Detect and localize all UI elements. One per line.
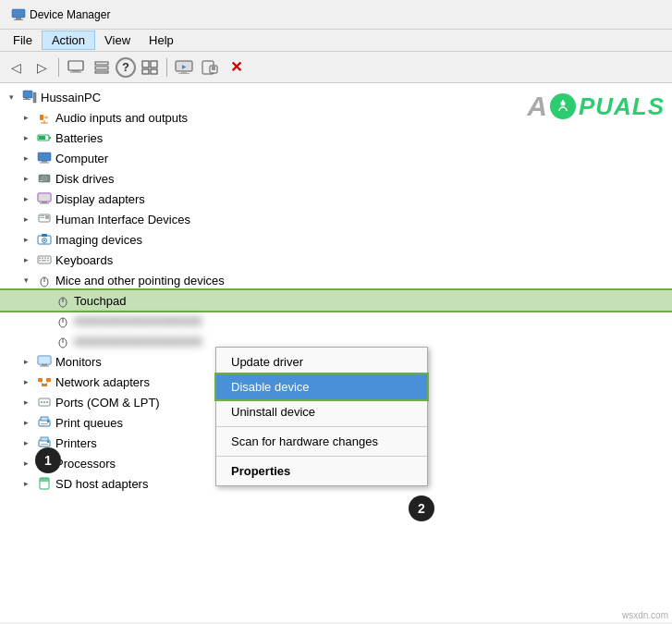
svg-rect-25 [23, 99, 31, 100]
computer-expander[interactable] [18, 151, 33, 165]
delete-button[interactable]: ✕ [224, 55, 248, 80]
hid-icon [37, 212, 52, 226]
hid-expander[interactable] [18, 212, 33, 226]
processors-expander[interactable] [18, 456, 33, 471]
list-button[interactable] [90, 55, 114, 80]
svg-point-80 [41, 401, 43, 403]
svg-point-62 [43, 278, 46, 280]
network-expander[interactable] [18, 374, 33, 389]
svg-rect-4 [72, 70, 79, 72]
expand-button[interactable] [138, 55, 162, 80]
ctx-update-driver[interactable]: Update driver [216, 349, 427, 374]
ctx-uninstall-device[interactable]: Uninstall device [216, 399, 427, 424]
update-button[interactable] [198, 55, 222, 80]
svg-rect-87 [47, 421, 49, 422]
printers-expander[interactable] [18, 435, 33, 450]
imaging-expander[interactable] [18, 232, 33, 247]
tree-hid[interactable]: Human Interface Devices [0, 209, 672, 229]
title-text: Device Manager [30, 8, 110, 21]
forward-button[interactable]: ▷ [30, 55, 54, 80]
svg-rect-59 [47, 260, 49, 262]
svg-rect-15 [178, 73, 189, 74]
tree-batteries[interactable]: Batteries [0, 128, 672, 148]
menu-file[interactable]: File [4, 31, 42, 49]
svg-rect-86 [41, 425, 45, 426]
badge-1: 1 [35, 447, 61, 473]
svg-rect-49 [42, 234, 47, 237]
svg-rect-108 [40, 478, 49, 482]
monitor-button[interactable]: ▶ [172, 55, 196, 80]
toolbar-separator-2 [166, 58, 167, 77]
monitors-expander[interactable] [18, 354, 33, 369]
imaging-label: Imaging devices [55, 233, 142, 247]
svg-rect-46 [40, 217, 44, 218]
mice-expander[interactable] [18, 273, 33, 288]
ports-label: Ports (COM & LPT) [55, 396, 160, 410]
tree-disk[interactable]: Disk drives [0, 168, 672, 189]
disk-expander[interactable] [18, 171, 33, 186]
keyboards-icon [37, 252, 52, 267]
back-button[interactable]: ◁ [4, 55, 28, 80]
printqueues-icon [37, 415, 52, 430]
audio-expander[interactable] [18, 110, 33, 125]
svg-point-21 [560, 102, 565, 106]
watermark: wsxdn.com [622, 610, 668, 620]
sd-label: SD host adapters [55, 477, 148, 491]
tree-touchpad[interactable]: Touchpad [0, 290, 672, 311]
svg-point-38 [43, 177, 45, 179]
blurred2-label: XXXXXXXXXXXXXXXX [74, 335, 202, 349]
network-label: Network adapters [55, 375, 150, 389]
imaging-icon [37, 232, 52, 247]
tree-mice[interactable]: Mice and other pointing devices [0, 270, 672, 290]
ctx-scan-hardware[interactable]: Scan for hardware changes [216, 429, 427, 454]
svg-rect-2 [14, 19, 23, 20]
ports-expander[interactable] [18, 395, 33, 410]
svg-rect-84 [41, 417, 48, 421]
menu-view[interactable]: View [95, 31, 140, 49]
root-expander[interactable] [4, 90, 18, 104]
menu-help[interactable]: Help [140, 31, 183, 49]
ctx-properties[interactable]: Properties [216, 459, 427, 483]
svg-rect-1 [16, 18, 21, 19]
svg-rect-55 [44, 258, 46, 260]
batteries-expander[interactable] [18, 130, 33, 145]
menu-action[interactable]: Action [42, 31, 95, 50]
hid-label: Human Interface Devices [55, 213, 190, 226]
sd-expander[interactable] [18, 476, 33, 491]
printers-label: Printers [55, 436, 97, 450]
svg-rect-33 [38, 153, 51, 161]
svg-rect-45 [40, 215, 44, 216]
computer-button[interactable] [64, 55, 88, 80]
audio-icon [37, 110, 52, 125]
badge-2: 2 [409, 496, 434, 521]
disk-label: Disk drives [55, 172, 115, 186]
svg-rect-10 [151, 61, 157, 67]
svg-rect-7 [95, 67, 108, 69]
svg-rect-32 [49, 137, 51, 139]
svg-rect-3 [68, 61, 83, 70]
svg-rect-71 [39, 357, 50, 363]
svg-rect-91 [41, 446, 45, 447]
toolbar-separator-1 [58, 58, 59, 77]
display-expander[interactable] [18, 191, 33, 206]
svg-rect-89 [41, 437, 48, 441]
tree-display[interactable]: Display adapters [0, 189, 672, 209]
help-button[interactable]: ? [116, 57, 136, 78]
svg-rect-72 [42, 364, 47, 366]
monitors-icon [37, 354, 52, 369]
battery-icon [37, 130, 52, 145]
svg-rect-34 [42, 161, 47, 163]
ctx-disable-device[interactable]: Disable device [216, 374, 427, 399]
tree-computer[interactable]: Computer [0, 148, 672, 168]
printqueues-expander[interactable] [18, 415, 33, 430]
tree-keyboards[interactable]: Keyboards [0, 250, 672, 270]
appuals-logo: A PUALS [527, 91, 665, 122]
tree-imaging[interactable]: Imaging devices [0, 229, 672, 250]
svg-rect-27 [40, 115, 43, 120]
mice-icon [37, 273, 52, 288]
keyboards-expander[interactable] [18, 252, 33, 267]
svg-rect-9 [142, 61, 149, 67]
menu-bar: File Action View Help [0, 30, 672, 52]
svg-rect-12 [151, 69, 157, 74]
computer-label: Computer [55, 152, 108, 165]
